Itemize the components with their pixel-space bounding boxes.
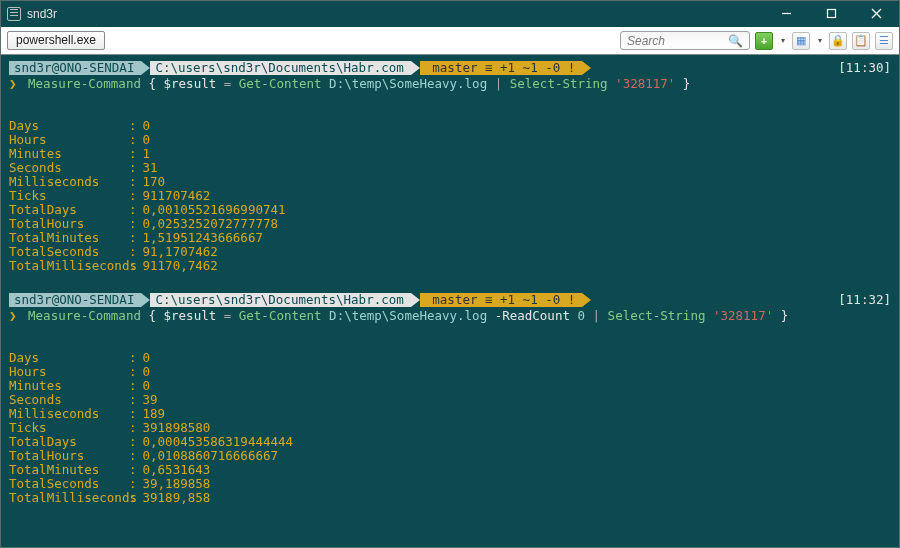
output-line: TotalMinutes:0,6531643	[9, 463, 891, 477]
output-value: 0,000453586319444444	[143, 435, 294, 449]
close-button[interactable]	[854, 1, 899, 27]
prompt-time: [11:32]	[838, 293, 891, 307]
output-colon: :	[129, 203, 137, 217]
maximize-button[interactable]	[809, 1, 854, 27]
output-line: Seconds:39	[9, 393, 891, 407]
add-tab-button[interactable]: +	[755, 32, 773, 50]
output-line	[9, 91, 891, 105]
clipboard-icon[interactable]: 📋	[852, 32, 870, 50]
output-key: TotalSeconds	[9, 477, 129, 491]
output-colon: :	[129, 463, 137, 477]
output-key: Ticks	[9, 421, 129, 435]
prompt-row: snd3r@ONO-SENDAIC:\users\snd3r\Documents…	[9, 293, 891, 307]
output-colon: :	[129, 161, 137, 175]
prompt-time: [11:30]	[838, 61, 891, 75]
output-colon: :	[129, 351, 137, 365]
output-line: Ticks:391898580	[9, 421, 891, 435]
output-value: 911707462	[143, 189, 211, 203]
output-colon: :	[129, 491, 137, 505]
add-dropdown-icon[interactable]: ▾	[778, 32, 787, 50]
output-colon: :	[129, 477, 137, 491]
output-colon: :	[129, 147, 137, 161]
output-line	[9, 337, 891, 351]
prompt-row: snd3r@ONO-SENDAIC:\users\snd3r\Documents…	[9, 61, 891, 75]
output-key: Milliseconds	[9, 175, 129, 189]
output-line: TotalMilliseconds:91170,7462	[9, 259, 891, 273]
output-colon: :	[129, 259, 137, 273]
prompt-user: snd3r@ONO-SENDAI	[9, 61, 141, 75]
chevron-icon	[411, 61, 420, 75]
output-key: Hours	[9, 133, 129, 147]
output-value: 0	[143, 119, 151, 133]
terminal-tab[interactable]: powershell.exe	[7, 31, 105, 50]
minimize-button[interactable]	[764, 1, 809, 27]
chevron-icon	[582, 293, 591, 307]
output-value: 0	[143, 351, 151, 365]
output-key: Seconds	[9, 393, 129, 407]
output-value: 91,1707462	[143, 245, 218, 259]
search-input[interactable]: Search 🔍	[620, 31, 750, 50]
output-line: Milliseconds:189	[9, 407, 891, 421]
menu-icon[interactable]: ☰	[875, 32, 893, 50]
output-key: TotalMilliseconds	[9, 491, 129, 505]
titlebar: snd3r	[1, 1, 899, 27]
svg-rect-1	[828, 10, 836, 18]
output-line	[9, 323, 891, 337]
panel-icon[interactable]: ▦	[792, 32, 810, 50]
output-value: 39,189858	[143, 477, 211, 491]
output-key: TotalMinutes	[9, 463, 129, 477]
output-value: 0	[143, 379, 151, 393]
chevron-icon	[141, 61, 150, 75]
prompt-git: master ≡ +1 ~1 -0 !	[420, 61, 583, 75]
output-value: 39	[143, 393, 158, 407]
output-key: Days	[9, 351, 129, 365]
lock-icon[interactable]: 🔒	[829, 32, 847, 50]
app-window: snd3r powershell.exe Search 🔍 + ▾ ▦ ▾ 🔒 …	[0, 0, 900, 548]
output-colon: :	[129, 379, 137, 393]
output-value: 39189,858	[143, 491, 211, 505]
output-value: 391898580	[143, 421, 211, 435]
output-colon: :	[129, 435, 137, 449]
output-line: Minutes:1	[9, 147, 891, 161]
prompt-user: snd3r@ONO-SENDAI	[9, 293, 141, 307]
output-key: TotalSeconds	[9, 245, 129, 259]
output-key: TotalDays	[9, 435, 129, 449]
output-line: TotalHours:0,0108860716666667	[9, 449, 891, 463]
output-line: Milliseconds:170	[9, 175, 891, 189]
output-colon: :	[129, 133, 137, 147]
output-line: Days:0	[9, 351, 891, 365]
output-line: Seconds:31	[9, 161, 891, 175]
output-colon: :	[129, 245, 137, 259]
output-key: Days	[9, 119, 129, 133]
output-key: Seconds	[9, 161, 129, 175]
panel-dropdown-icon[interactable]: ▾	[815, 32, 824, 50]
output-value: 0,0108860716666667	[143, 449, 278, 463]
output-value: 31	[143, 161, 158, 175]
output-key: TotalHours	[9, 449, 129, 463]
search-placeholder: Search	[627, 34, 665, 48]
output-value: 1,51951243666667	[143, 231, 263, 245]
output-key: Minutes	[9, 147, 129, 161]
output-key: Hours	[9, 365, 129, 379]
output-key: TotalMinutes	[9, 231, 129, 245]
output-line: Hours:0	[9, 365, 891, 379]
output-line: TotalDays:0,00105521696990741	[9, 203, 891, 217]
output-value: 0	[143, 133, 151, 147]
output-key: TotalDays	[9, 203, 129, 217]
search-icon: 🔍	[728, 34, 743, 48]
output-colon: :	[129, 231, 137, 245]
app-icon	[7, 7, 21, 21]
terminal-output[interactable]: snd3r@ONO-SENDAIC:\users\snd3r\Documents…	[1, 55, 899, 547]
output-line: Minutes:0	[9, 379, 891, 393]
toolbar: powershell.exe Search 🔍 + ▾ ▦ ▾ 🔒 📋 ☰	[1, 27, 899, 55]
output-line: TotalSeconds:91,1707462	[9, 245, 891, 259]
prompt-caret-icon: ❯	[9, 308, 17, 323]
output-line: TotalMilliseconds:39189,858	[9, 491, 891, 505]
chevron-icon	[582, 61, 591, 75]
prompt-git: master ≡ +1 ~1 -0 !	[420, 293, 583, 307]
output-value: 91170,7462	[143, 259, 218, 273]
command-block: snd3r@ONO-SENDAIC:\users\snd3r\Documents…	[9, 61, 891, 273]
output-value: 189	[143, 407, 166, 421]
output-value: 0,6531643	[143, 463, 211, 477]
output-key: TotalMilliseconds	[9, 259, 129, 273]
